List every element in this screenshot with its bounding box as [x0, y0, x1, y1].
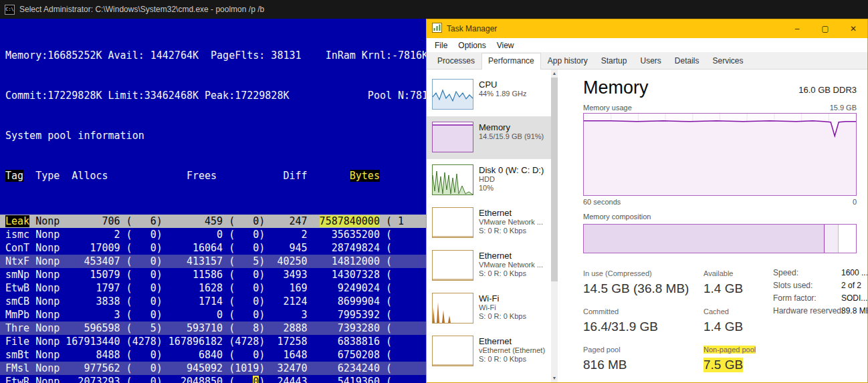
wifi-mini-graph	[432, 293, 473, 324]
detail-speed-: Speed:1600 ...	[773, 267, 857, 279]
sidebar-item-text: EthernetVMware Network ...S: 0 R: 0 Kbps	[479, 250, 543, 278]
minimize-button[interactable]: –	[783, 19, 811, 38]
detail-slots-used-: Slots used:2 of 2	[773, 279, 857, 292]
graph-timespan: 60 seconds	[583, 198, 621, 206]
detail-form-factor-: Form factor:SODI...	[773, 292, 857, 305]
ethernet-1-mini-graph	[432, 207, 473, 238]
window-title: Task Manager	[447, 24, 497, 33]
tab-services[interactable]: Services	[706, 53, 750, 69]
detail-hardware-reserved-: Hardware reserved:89.8 MB	[773, 305, 857, 317]
graph-zero: 0	[853, 198, 857, 206]
stat-label: Non-paged pool	[703, 346, 756, 354]
memory-detail-panel: Memory 16.0 GB DDR3 Memory usage 15.9 GB…	[558, 70, 867, 382]
stat-in-use-compressed-: In use (Compressed)14.5 GB (36.8 MB)	[583, 267, 703, 296]
sidebar-item-subtitle: S: 0 R: 0 Kbps	[479, 312, 526, 321]
tab-app-history[interactable]: App history	[541, 53, 594, 69]
sidebar-item-disk0[interactable]: Disk 0 (W: C: D:)HDD10%	[427, 159, 551, 202]
panel-title: Memory	[583, 78, 649, 98]
stat-label: Committed	[583, 307, 619, 315]
task-manager-window: Task Manager –▢✕ FileOptionsView Process…	[426, 19, 868, 383]
stat-committed: Committed16.4/31.9 GB	[583, 305, 703, 334]
sidebar-item-text: EthernetVMware Network ...S: 0 R: 0 Kbps	[479, 207, 543, 235]
task-manager-titlebar[interactable]: Task Manager –▢✕	[427, 19, 867, 38]
sidebar-item-subtitle: 10%	[479, 184, 544, 193]
sidebar-item-ethernet-2[interactable]: EthernetVMware Network ...S: 0 R: 0 Kbps	[427, 245, 551, 287]
composition-modified-segment	[825, 225, 838, 253]
ethernet-3-mini-graph	[432, 336, 473, 366]
sidebar-item-text: EthernetvEthernet (Ethernet)S: 0 R: 0 Kb…	[479, 336, 545, 364]
detail-label: Speed:	[773, 267, 841, 279]
tab-strip: ProcessesPerformanceApp historyStartupUs…	[427, 52, 867, 70]
menu-item-options[interactable]: Options	[453, 41, 491, 50]
sidebar-item-subtitle: VMware Network ...	[479, 218, 543, 227]
sidebar-item-text: Memory14.5/15.9 GB (91%)	[479, 122, 544, 141]
sidebar-item-cpu[interactable]: CPU44% 1.89 GHz	[427, 74, 551, 116]
stat-value: 1.4 GB	[703, 320, 743, 334]
menu-bar: FileOptionsView	[427, 38, 867, 52]
memory-total: 16.0 GB DDR3	[798, 85, 857, 98]
cpu-mini-graph	[432, 79, 473, 110]
disk0-mini-graph	[432, 164, 473, 195]
sidebar-item-subtitle: S: 0 R: 0 Kbps	[479, 269, 543, 278]
sidebar-item-ethernet-3[interactable]: EthernetvEthernet (Ethernet)S: 0 R: 0 Kb…	[427, 330, 551, 373]
detail-label: Slots used:	[773, 279, 841, 292]
window-controls: –▢✕	[783, 19, 867, 38]
usage-graph-max: 15.9 GB	[830, 104, 857, 112]
detail-value: 2 of 2	[841, 279, 861, 292]
detail-label: Form factor:	[773, 292, 841, 305]
stat-value: 7.5 GB	[703, 358, 743, 372]
tab-details[interactable]: Details	[668, 53, 706, 69]
stat-label: Cached	[703, 307, 729, 315]
sidebar-item-ethernet-1[interactable]: EthernetVMware Network ...S: 0 R: 0 Kbps	[427, 202, 551, 245]
composition-in-use-segment	[584, 225, 825, 253]
memory-stats: In use (Compressed)14.5 GB (36.8 MB)Comm…	[583, 267, 857, 381]
sidebar-scrollbar[interactable]: ▲ ▼	[551, 70, 558, 382]
stat-value: 16.4/31.9 GB	[583, 320, 658, 334]
composition-label: Memory composition	[583, 213, 857, 221]
memory-composition-bar	[583, 224, 857, 253]
scroll-down-icon[interactable]: ▼	[551, 374, 558, 382]
stat-value: 816 MB	[583, 358, 627, 372]
detail-value: SODI...	[841, 292, 867, 305]
sidebar-item-title: Wi-Fi	[479, 293, 526, 303]
sidebar-item-subtitle: S: 0 R: 0 Kbps	[479, 227, 543, 235]
usage-graph-label: Memory usage	[583, 104, 632, 112]
sidebar-item-memory[interactable]: Memory14.5/15.9 GB (91%)	[427, 116, 551, 159]
stat-value: 14.5 GB (36.8 MB)	[583, 281, 689, 296]
performance-pane: CPU44% 1.89 GHzMemory14.5/15.9 GB (91%)D…	[427, 70, 867, 382]
cmd-titlebar[interactable]: C:\ Select Administrator: C:\Windows\Sys…	[0, 0, 868, 19]
performance-sidebar: CPU44% 1.89 GHzMemory14.5/15.9 GB (91%)D…	[427, 70, 551, 382]
stat-label: In use (Compressed)	[583, 269, 652, 277]
ethernet-2-mini-graph	[432, 250, 473, 281]
scroll-up-icon[interactable]: ▲	[551, 70, 558, 78]
sidebar-item-title: CPU	[479, 80, 527, 90]
scrollbar-thumb[interactable]	[551, 78, 558, 281]
sidebar-item-wifi[interactable]: Wi-FiWi-FiS: 0 R: 0 Kbps	[427, 287, 551, 330]
tab-processes[interactable]: Processes	[431, 53, 481, 69]
sidebar-item-title: Memory	[479, 122, 544, 132]
maximize-button[interactable]: ▢	[811, 19, 839, 38]
detail-value: 89.8 MB	[841, 305, 867, 317]
stat-paged-pool: Paged pool816 MB	[583, 343, 703, 372]
sidebar-item-subtitle: VMware Network ...	[479, 261, 543, 269]
tab-users[interactable]: Users	[633, 53, 667, 69]
tab-startup[interactable]: Startup	[594, 53, 634, 69]
sidebar-item-subtitle: HDD	[479, 175, 544, 184]
sidebar-item-subtitle: Wi-Fi	[479, 303, 526, 312]
menu-item-file[interactable]: File	[429, 41, 453, 50]
stats-column-1: In use (Compressed)14.5 GB (36.8 MB)Comm…	[583, 267, 703, 381]
stat-value: 1.4 GB	[703, 281, 743, 296]
close-button[interactable]: ✕	[839, 19, 867, 38]
cmd-icon: C:\	[5, 5, 15, 15]
menu-item-view[interactable]: View	[492, 41, 520, 50]
stat-cached: Cached1.4 GB	[703, 305, 764, 334]
hardware-details: Speed:1600 ...Slots used:2 of 2Form fact…	[773, 267, 857, 381]
sidebar-item-title: Disk 0 (W: C: D:)	[479, 165, 544, 175]
stat-label: Available	[703, 269, 733, 277]
sidebar-item-subtitle: 14.5/15.9 GB (91%)	[479, 132, 544, 141]
sidebar-item-title: Ethernet	[479, 251, 543, 261]
sidebar-item-subtitle: S: 0 R: 0 Kbps	[479, 355, 545, 364]
sidebar-item-text: CPU44% 1.89 GHz	[479, 79, 527, 98]
tab-performance[interactable]: Performance	[481, 53, 541, 70]
composition-free-segment	[839, 225, 856, 253]
